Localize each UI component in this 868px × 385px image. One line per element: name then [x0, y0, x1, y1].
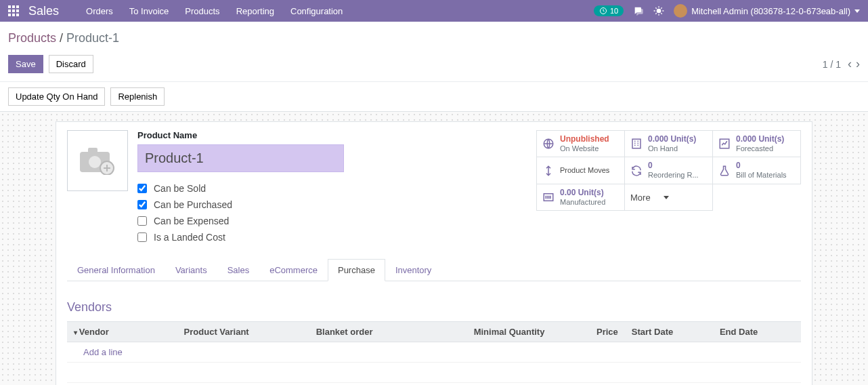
chart-icon [718, 138, 731, 150]
check-can-be-purchased[interactable]: Can be Purchased [137, 199, 527, 210]
brand[interactable]: Sales [28, 4, 59, 18]
save-button[interactable]: Save [8, 55, 43, 73]
stat-product-moves[interactable]: Product Moves [537, 157, 625, 184]
add-line-link[interactable]: Add a line [83, 347, 123, 357]
product-name-label: Product Name [137, 130, 527, 140]
breadcrumb-parent[interactable]: Products [8, 31, 56, 45]
table-row [67, 383, 801, 386]
vendors-title: Vendors [67, 300, 801, 315]
stat-forecasted[interactable]: 0.000 Unit(s)Forecasted [713, 131, 801, 157]
caret-down-icon [854, 9, 860, 13]
breadcrumb: Products / Product-1 [8, 31, 860, 45]
nav-to-invoice[interactable]: To Invoice [129, 6, 169, 16]
check-can-be-sold[interactable]: Can be Sold [137, 183, 527, 194]
col-minqty[interactable]: Minimal Quantity [441, 322, 552, 342]
stat-bom[interactable]: 0Bill of Materials [713, 157, 801, 184]
stat-on-hand[interactable]: 0.000 Unit(s)On Hand [625, 131, 713, 157]
col-price[interactable]: Price [551, 322, 624, 342]
tab-purchase[interactable]: Purchase [328, 259, 385, 281]
svg-rect-3 [88, 148, 97, 153]
vendors-table: Vendor Product Variant Blanket order Min… [67, 321, 801, 385]
refresh-icon [630, 165, 643, 177]
pager-next-icon[interactable]: › [856, 57, 860, 71]
svg-point-1 [657, 9, 661, 14]
nav-reporting[interactable]: Reporting [236, 6, 274, 16]
stat-manufactured[interactable]: 0.00 Unit(s)Manufactured [537, 184, 625, 211]
debug-icon[interactable] [653, 5, 664, 16]
activity-badge[interactable]: 10 [594, 5, 624, 16]
col-blanket[interactable]: Blanket order [309, 322, 441, 342]
replenish-button[interactable]: Replenish [110, 87, 165, 106]
camera-icon [79, 146, 116, 175]
update-qty-button[interactable]: Update Qty On Hand [8, 87, 105, 106]
avatar-icon [674, 4, 687, 18]
col-start[interactable]: Start Date [625, 322, 713, 342]
col-variant[interactable]: Product Variant [177, 322, 309, 342]
building-icon [630, 138, 643, 150]
tab-variants[interactable]: Variants [165, 259, 217, 281]
stat-reordering[interactable]: 0Reordering R... [625, 157, 713, 184]
tab-ecommerce[interactable]: eCommerce [259, 259, 328, 281]
discuss-icon[interactable] [633, 5, 644, 16]
product-name-input[interactable] [137, 144, 344, 172]
globe-icon [542, 138, 555, 150]
svg-point-4 [89, 156, 101, 168]
stat-unpublished[interactable]: UnpublishedOn Website [537, 131, 625, 157]
flask-icon [718, 165, 731, 177]
tab-general-information[interactable]: General Information [67, 259, 165, 281]
arrows-icon [542, 165, 555, 177]
product-image[interactable] [67, 130, 128, 191]
nav-orders[interactable]: Orders [86, 6, 113, 16]
user-name: Mitchell Admin (803678-12-0-673eab-all) [691, 6, 850, 16]
nav-products[interactable]: Products [185, 6, 219, 16]
user-menu[interactable]: Mitchell Admin (803678-12-0-673eab-all) [674, 4, 860, 18]
pager-position[interactable]: 1 / 1 [823, 59, 841, 70]
discard-button[interactable]: Discard [49, 55, 93, 73]
barcode-icon [542, 191, 555, 203]
apps-icon[interactable] [8, 5, 19, 16]
activity-count: 10 [610, 7, 618, 15]
table-row: Add a line [67, 342, 801, 363]
col-end[interactable]: End Date [713, 322, 801, 342]
pager-prev-icon[interactable]: ‹ [848, 57, 852, 71]
table-row [67, 363, 801, 383]
check-can-be-expensed[interactable]: Can be Expensed [137, 216, 527, 226]
nav-configuration[interactable]: Configuration [290, 6, 343, 16]
svg-rect-7 [632, 139, 641, 148]
caret-down-icon [664, 196, 669, 199]
col-vendor[interactable]: Vendor [67, 322, 177, 342]
check-landed-cost[interactable]: Is a Landed Cost [137, 232, 527, 243]
stat-more[interactable]: More [625, 184, 713, 211]
tab-sales[interactable]: Sales [217, 259, 260, 281]
breadcrumb-current: Product-1 [66, 31, 119, 45]
tab-inventory[interactable]: Inventory [385, 259, 441, 281]
